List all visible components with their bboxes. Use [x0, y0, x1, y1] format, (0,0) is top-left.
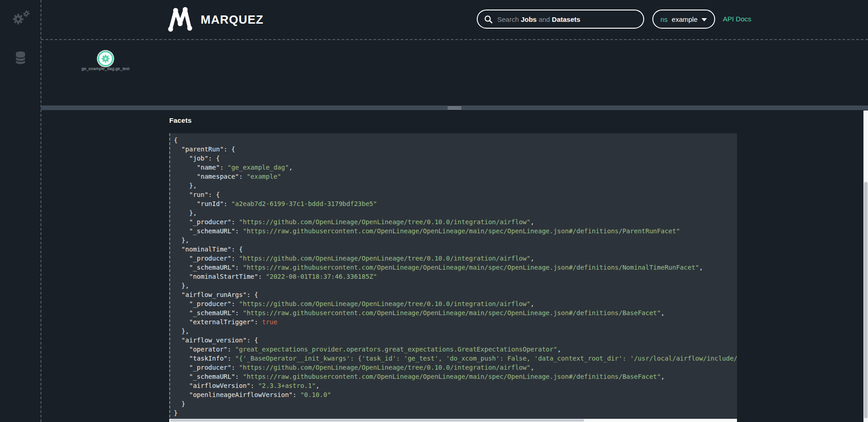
sidebar-dashed-divider: [40, 0, 41, 422]
gears-icon[interactable]: [12, 9, 30, 27]
code-line: "_schemaURL": "https://raw.githubusercon…: [174, 372, 737, 381]
code-line: "nominalTime": {: [174, 245, 737, 254]
header-dashed-divider: [41, 39, 868, 40]
code-line: },: [174, 208, 737, 217]
code-line: {: [174, 136, 737, 145]
code-line: "_producer": "https://github.com/OpenLin…: [174, 363, 737, 372]
code-line: "taskInfo": "{'_BaseOperator__init_kwarg…: [174, 354, 737, 363]
code-line: "_schemaURL": "https://raw.githubusercon…: [174, 226, 737, 236]
gear-icon: [101, 55, 110, 63]
divider-grip-line: [448, 109, 461, 110]
facets-title: Facets: [169, 116, 192, 124]
code-line: "openlineageAirflowVersion": "0.10.0": [174, 390, 737, 399]
horizontal-scrollbar-track[interactable]: [169, 419, 737, 422]
code-line: "operator": "great_expectations_provider…: [174, 345, 737, 354]
facets-code: { "parentRun": { "job": { "name": "ge_ex…: [169, 133, 737, 422]
code-line: "_schemaURL": "https://raw.githubusercon…: [174, 263, 737, 272]
marquez-logo-icon: [166, 5, 194, 34]
search-icon: [484, 15, 493, 24]
code-line: "runId": "a2eab7d2-6199-37c1-bddd-3179bd…: [174, 199, 737, 208]
marquez-app: MARQUEZ Search Jobs and Datasets ns exam…: [0, 0, 868, 422]
search-placeholder: Search Jobs and Datasets: [497, 15, 580, 23]
code-line: "airflow_version": {: [174, 336, 737, 345]
code-line: "namespace": "example": [174, 172, 737, 181]
code-line: "externalTrigger": true: [174, 317, 737, 327]
code-line: "nominalStartTime": "2022-08-01T18:37:46…: [174, 272, 737, 281]
code-line: "_producer": "https://github.com/OpenLin…: [174, 217, 737, 226]
job-node-label: ge_example_dag.ge_test: [60, 66, 151, 71]
brand-title: MARQUEZ: [201, 13, 263, 27]
code-line: },: [174, 327, 737, 336]
code-line: }: [174, 399, 737, 408]
code-line: "run": {: [174, 190, 737, 199]
panel-resize-divider[interactable]: [41, 106, 868, 110]
code-line: "airflow_runArgs": {: [174, 290, 737, 299]
code-line: "job": {: [174, 154, 737, 163]
api-docs-link[interactable]: API Docs: [723, 15, 752, 23]
divider-grip-line: [448, 107, 461, 108]
code-line: },: [174, 181, 737, 190]
code-line: "parentRun": {: [174, 145, 737, 154]
code-line: "airflowVersion": "2.3.3+astro.1",: [174, 381, 737, 390]
job-node[interactable]: [98, 51, 113, 66]
code-line: "_producer": "https://github.com/OpenLin…: [174, 299, 737, 308]
namespace-prefix: ns: [661, 15, 668, 23]
code-line: }: [174, 408, 737, 417]
vertical-scrollbar-thumb[interactable]: [864, 182, 868, 418]
search-input[interactable]: Search Jobs and Datasets: [477, 10, 644, 29]
database-icon[interactable]: [15, 51, 26, 65]
sidebar: [0, 0, 40, 422]
code-line: "_producer": "https://github.com/OpenLin…: [174, 254, 737, 263]
horizontal-scrollbar-thumb[interactable]: [170, 419, 584, 422]
code-line: "_schemaURL": "https://raw.githubusercon…: [174, 308, 737, 317]
chevron-down-icon: [701, 18, 707, 21]
code-line: "name": "ge_example_dag",: [174, 163, 737, 172]
code-line: },: [174, 281, 737, 290]
code-line: },: [174, 236, 737, 245]
vertical-scrollbar-track[interactable]: [863, 111, 868, 422]
logo: MARQUEZ: [166, 5, 263, 34]
namespace-value: example: [672, 15, 698, 23]
namespace-select[interactable]: ns example: [652, 10, 715, 29]
